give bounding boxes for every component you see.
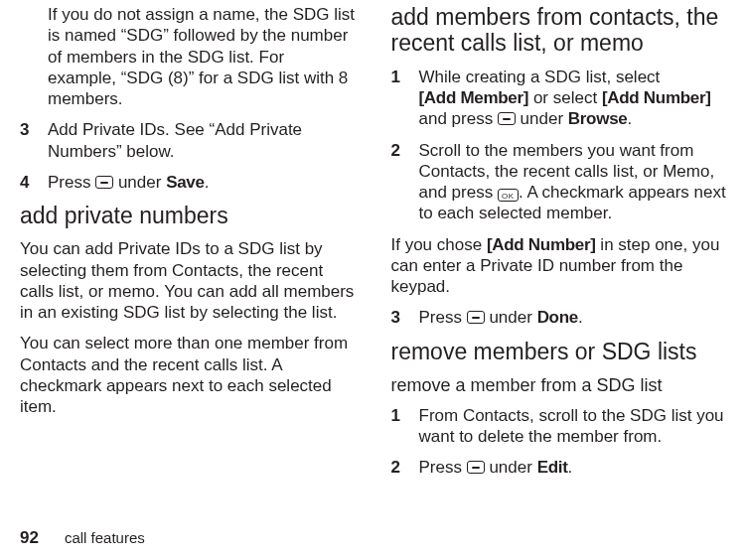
step-number: 2: [391, 140, 419, 224]
step-text: Scroll to the members you want from Cont…: [419, 140, 727, 224]
left-column: If you do not assign a name, the SDG lis…: [20, 4, 356, 488]
section-name: call features: [65, 529, 145, 548]
page-footer: 92 call features: [20, 527, 145, 548]
menu-label: [Add Number]: [602, 88, 711, 107]
step-3: 3 Press under Done.: [391, 307, 727, 328]
step-number: 1: [391, 67, 419, 130]
step-number: 4: [20, 172, 48, 193]
page-body: If you do not assign a name, the SDG lis…: [0, 0, 746, 488]
heading-add-members: add members from contacts, the recent ca…: [391, 4, 727, 57]
text-fragment: Press: [48, 173, 95, 192]
sdg-autoname-note: If you do not assign a name, the SDG lis…: [20, 4, 356, 109]
text-fragment: under: [516, 109, 568, 128]
text-fragment: under: [485, 458, 537, 477]
remove-step-2: 2 Press under Edit.: [391, 457, 727, 478]
text-fragment: .: [578, 308, 583, 327]
text-fragment: Press: [419, 458, 467, 477]
remove-step-1: 1 From Contacts, scroll to the SDG list …: [391, 405, 727, 448]
menu-label: [Add Member]: [419, 88, 529, 107]
softkey-icon: [467, 311, 485, 324]
right-column: add members from contacts, the recent ca…: [391, 4, 727, 488]
text-fragment: .: [568, 458, 573, 477]
menu-label: Done: [537, 308, 578, 327]
step-text: Press under Save.: [48, 172, 356, 193]
text-fragment: under: [485, 308, 537, 327]
ok-key-icon: OK: [498, 189, 519, 202]
step-text: Press under Edit.: [419, 457, 727, 478]
step-number: 3: [20, 119, 48, 162]
text-fragment: and press: [419, 109, 498, 128]
paragraph: You can add Private IDs to a SDG list by…: [20, 238, 356, 323]
paragraph: You can select more than one member from…: [20, 333, 356, 417]
heading-add-private-numbers: add private numbers: [20, 203, 356, 228]
step-1: 1 While creating a SDG list, select [Add…: [391, 67, 727, 130]
heading-remove: remove members or SDG lists: [391, 339, 727, 364]
step-3: 3 Add Private IDs. See “Add Private Numb…: [20, 119, 356, 162]
menu-label: Save: [166, 173, 205, 192]
menu-label: Edit: [537, 458, 568, 477]
step-number: 2: [391, 457, 419, 478]
text-fragment: under: [113, 173, 166, 192]
heading-remove-member: remove a member from a SDG list: [391, 374, 727, 397]
paragraph: If you chose [Add Number] in step one, y…: [391, 234, 727, 298]
text-fragment: If you chose: [391, 235, 487, 254]
text-fragment: .: [627, 109, 632, 128]
softkey-icon: [467, 461, 485, 474]
softkey-icon: [95, 176, 113, 189]
step-text: Add Private IDs. See “Add Private Number…: [48, 119, 356, 162]
step-number: 1: [391, 405, 419, 448]
page-number: 92: [20, 527, 39, 548]
step-2: 2 Scroll to the members you want from Co…: [391, 140, 727, 224]
text-fragment: While creating a SDG list, select: [419, 68, 661, 86]
text-fragment: or select: [528, 88, 602, 107]
softkey-icon: [498, 112, 516, 125]
step-text: While creating a SDG list, select [Add M…: [419, 67, 727, 130]
menu-label: Browse: [568, 109, 628, 128]
menu-label: [Add Number]: [487, 235, 596, 254]
step-4: 4 Press under Save.: [20, 172, 356, 193]
text-fragment: Press: [419, 308, 467, 327]
step-text: Press under Done.: [419, 307, 727, 328]
step-number: 3: [391, 307, 419, 328]
step-text: From Contacts, scroll to the SDG list yo…: [419, 405, 727, 448]
text-fragment: .: [205, 173, 210, 192]
